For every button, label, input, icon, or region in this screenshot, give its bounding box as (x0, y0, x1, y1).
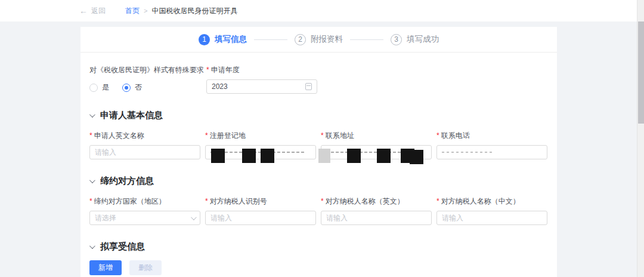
radio-no-label: 否 (135, 82, 142, 93)
counterpart-tin-field[interactable] (205, 211, 316, 225)
required-mark: * (206, 66, 209, 74)
back-button[interactable]: ← 返回 (79, 6, 106, 16)
stepper-connector (254, 39, 287, 40)
section-applicant-title: 申请人基本信息 (100, 110, 163, 121)
calendar-icon[interactable] (305, 83, 312, 90)
vertical-scrollbar-thumb[interactable] (638, 21, 644, 124)
delete-button[interactable]: 删除 (129, 260, 162, 275)
form-card: 1 填写信息 2 附报资料 3 填写成功 对《税收居民证明》样式有特殊要求 (80, 27, 557, 277)
redaction-block (377, 149, 391, 163)
contact-phone-label: *联系电话 (436, 131, 547, 141)
chevron-down-icon (89, 243, 95, 249)
apply-year-input[interactable] (212, 82, 305, 91)
radio-yes-label: 是 (102, 82, 109, 93)
back-label: 返回 (91, 6, 106, 16)
required-mark: * (89, 131, 92, 140)
counterpart-name-cn-field[interactable] (436, 211, 547, 225)
section-treaty-info[interactable]: 缔约对方信息 (89, 176, 547, 187)
counterpart-name-cn-label: *对方纳税人名称（中文） (436, 196, 547, 207)
step-1-fill-info: 1 填写信息 (199, 34, 247, 45)
redaction-block (347, 149, 361, 163)
step-3-success: 3 填写成功 (391, 34, 439, 45)
chevron-down-icon (89, 112, 95, 118)
required-mark: * (89, 197, 92, 205)
counterpart-tin-label: *对方纳税人识别号 (205, 196, 316, 207)
counterpart-name-en-input[interactable] (326, 214, 426, 222)
redaction-block (261, 149, 274, 163)
treaty-country-label: *缔约对方国家（地区） (89, 196, 200, 207)
redaction-block (242, 149, 256, 163)
applicant-en-name-input[interactable] (95, 148, 195, 156)
counterpart-name-cn-input[interactable] (442, 214, 542, 222)
required-mark: * (436, 131, 439, 140)
contact-address-label: *联系地址 (321, 131, 432, 141)
registration-place-label: *注册登记地 (205, 131, 316, 141)
step-2-label: 附报资料 (311, 34, 343, 45)
chevron-down-icon (191, 214, 197, 220)
contact-address-field[interactable] (321, 145, 432, 159)
radio-no[interactable]: 否 (122, 82, 142, 93)
redacted-blurred-text (326, 152, 410, 153)
contact-phone-field[interactable] (436, 145, 547, 159)
back-arrow-icon: ← (79, 6, 88, 16)
add-button[interactable]: 新增 (89, 260, 122, 275)
radio-yes[interactable]: 是 (89, 82, 109, 93)
radio-no-icon (122, 84, 131, 92)
applicant-en-name-field[interactable] (89, 145, 200, 159)
apply-year-field[interactable] (206, 79, 317, 94)
step-1-number: 1 (199, 34, 210, 45)
required-mark: * (321, 131, 324, 140)
apply-year-label: *申请年度 (206, 65, 317, 75)
section-benefit-title: 拟享受信息 (100, 241, 145, 253)
section-treaty-title: 缔约对方信息 (100, 176, 154, 187)
breadcrumb-home-link[interactable]: 首页 (125, 6, 140, 16)
vertical-scrollbar-track (637, 0, 644, 277)
step-3-label: 填写成功 (407, 34, 439, 45)
required-mark: * (436, 197, 439, 205)
section-applicant-info[interactable]: 申请人基本信息 (89, 110, 547, 121)
section-benefit-info[interactable]: 拟享受信息 (89, 241, 547, 253)
page-background: 1 填写信息 2 附报资料 3 填写成功 对《税收居民证明》样式有特殊要求 (0, 21, 644, 277)
radio-yes-icon (89, 84, 98, 92)
counterpart-name-en-field[interactable] (321, 211, 432, 225)
redaction-block-gray (318, 149, 330, 163)
special-style-label: 对《税收居民证明》样式有特殊要求 (89, 65, 206, 75)
step-2-attachments: 2 附报资料 (295, 34, 343, 45)
applicant-en-name-label: *申请人英文名称 (89, 131, 200, 141)
select-placeholder: 请选择 (95, 213, 116, 223)
step-2-number: 2 (295, 34, 306, 45)
required-mark: * (205, 197, 208, 205)
redaction-block (211, 149, 225, 163)
redacted-blurred-text (442, 152, 492, 153)
step-3-number: 3 (391, 34, 402, 45)
redaction-block (410, 150, 423, 164)
breadcrumb: 首页 > 中国税收居民身份证明开具 (125, 6, 237, 16)
breadcrumb-separator: > (144, 7, 147, 14)
required-mark: * (205, 131, 208, 140)
stepper: 1 填写信息 2 附报资料 3 填写成功 (80, 27, 557, 53)
breadcrumb-current: 中国税收居民身份证明开具 (151, 6, 237, 16)
required-mark: * (321, 197, 324, 205)
chevron-down-icon (89, 177, 95, 183)
special-style-radio-group: 是 否 (89, 82, 206, 93)
stepper-connector (350, 39, 383, 40)
counterpart-tin-input[interactable] (210, 214, 311, 222)
top-bar: ← 返回 首页 > 中国税收居民身份证明开具 (0, 0, 644, 21)
counterpart-name-en-label: *对方纳税人名称（英文） (321, 196, 432, 207)
treaty-country-select[interactable]: 请选择 (89, 211, 200, 225)
step-1-label: 填写信息 (215, 34, 247, 45)
registration-place-field[interactable] (205, 145, 316, 159)
